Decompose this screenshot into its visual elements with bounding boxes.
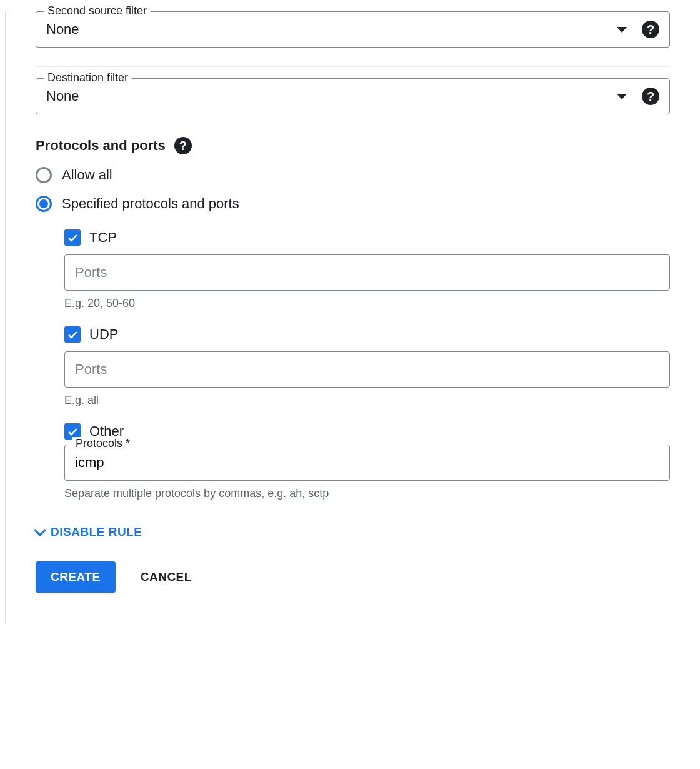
udp-checkbox[interactable]: UDP — [64, 326, 670, 343]
other-checkbox[interactable]: Other — [64, 423, 670, 440]
second-source-filter-value: None — [46, 21, 617, 38]
radio-specified[interactable]: Specified protocols and ports — [36, 196, 670, 212]
radio-icon — [36, 167, 52, 183]
radio-allow-all[interactable]: Allow all — [36, 167, 670, 183]
create-button[interactable]: CREATE — [36, 561, 116, 593]
help-icon[interactable]: ? — [642, 21, 659, 38]
destination-filter-select[interactable]: Destination filter None ? — [36, 78, 670, 114]
second-source-filter-group: Second source filter None ? — [36, 11, 670, 48]
radio-icon — [36, 196, 52, 212]
other-protocols-hint: Separate multiple protocols by commas, e… — [64, 487, 670, 500]
second-source-filter-select[interactable]: Second source filter None ? — [36, 11, 670, 48]
other-protocols-label: Protocols * — [72, 437, 134, 450]
udp-label: UDP — [89, 326, 118, 343]
udp-ports-input[interactable] — [64, 351, 670, 388]
divider — [36, 66, 670, 67]
chevron-down-icon — [617, 27, 627, 33]
disable-rule-toggle[interactable]: DISABLE RULE — [36, 525, 670, 539]
disable-rule-label: DISABLE RULE — [51, 525, 142, 539]
protocols-ports-header: Protocols and ports ? — [36, 137, 670, 154]
chevron-down-icon — [34, 524, 46, 536]
action-buttons: CREATE CANCEL — [36, 561, 670, 593]
other-protocols-input[interactable] — [64, 445, 670, 481]
second-source-filter-label: Second source filter — [44, 4, 151, 18]
tcp-checkbox[interactable]: TCP — [64, 229, 670, 246]
destination-filter-value: None — [46, 88, 617, 104]
destination-filter-group: Destination filter None ? — [36, 78, 670, 114]
other-protocols-wrap: Protocols * — [64, 445, 670, 481]
tcp-ports-hint: E.g. 20, 50-60 — [64, 297, 670, 310]
destination-filter-label: Destination filter — [44, 71, 132, 84]
cancel-button[interactable]: CANCEL — [141, 570, 192, 584]
tcp-ports-input[interactable] — [64, 254, 670, 291]
protocols-ports-title: Protocols and ports — [36, 138, 166, 154]
help-icon[interactable]: ? — [174, 137, 192, 154]
checkbox-checked-icon — [64, 229, 81, 246]
help-icon[interactable]: ? — [642, 88, 659, 105]
udp-ports-hint: E.g. all — [64, 394, 670, 407]
chevron-down-icon — [617, 94, 627, 99]
radio-specified-label: Specified protocols and ports — [62, 196, 239, 212]
checkbox-checked-icon — [64, 326, 81, 343]
radio-allow-all-label: Allow all — [62, 167, 112, 183]
tcp-label: TCP — [89, 229, 117, 246]
